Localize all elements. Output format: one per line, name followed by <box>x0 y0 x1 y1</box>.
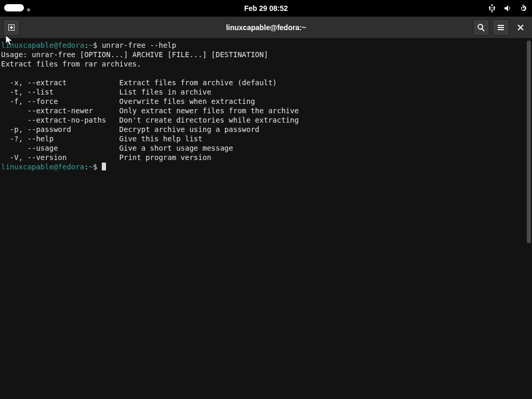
terminal-surface[interactable]: linuxcapable@fedora:~$ unrar-free --help… <box>0 38 532 399</box>
gnome-top-panel: Feb 29 08:52 <box>0 0 532 17</box>
option-row-5: -p, --password Decrypt archive using a p… <box>1 125 259 134</box>
hamburger-icon <box>497 23 505 32</box>
option-desc: Don't create directories while extractin… <box>111 116 299 124</box>
option-row-2: -f, --force Overwrite files when extract… <box>1 97 255 105</box>
option-row-3: --extract-newer Only extract newer files… <box>1 107 299 115</box>
new-tab-button[interactable] <box>3 19 20 36</box>
hamburger-menu-button[interactable] <box>493 19 509 36</box>
volume-icon <box>503 4 512 13</box>
search-icon <box>477 23 485 32</box>
option-desc: Give this help list <box>111 135 203 143</box>
prompt-separator: : <box>84 163 88 171</box>
option-flags: -?, --help <box>1 135 111 143</box>
network-icon <box>487 4 497 13</box>
prompt-path: ~ <box>89 41 93 49</box>
option-row-4: --extract-no-paths Don't create director… <box>1 116 299 124</box>
option-flags: -f, --force <box>1 97 111 105</box>
power-icon <box>518 4 528 13</box>
prompt-user-host: linuxcapable@fedora <box>1 41 84 49</box>
option-flags: --extract-newer <box>1 107 111 115</box>
close-window-button[interactable] <box>512 19 529 36</box>
prompt-user-host: linuxcapable@fedora <box>1 163 84 171</box>
prompt-dollar: $ <box>93 163 97 171</box>
option-desc: List files in archive <box>111 88 211 96</box>
option-flags: -t, --list <box>1 88 111 96</box>
option-row-1: -t, --list List files in archive <box>1 88 211 96</box>
usage-line: Usage: unrar-free [OPTION...] ARCHIVE [F… <box>1 50 268 59</box>
activities-pill[interactable] <box>4 4 30 13</box>
terminal-headerbar: linuxcapable@fedora:~ <box>0 17 532 38</box>
option-flags: -V, --version <box>1 153 111 162</box>
option-flags: --usage <box>1 144 111 152</box>
window-title: linuxcapable@fedora:~ <box>226 23 306 32</box>
option-row-0: -x, --extract Extract files from archive… <box>1 78 277 87</box>
panel-system-tray[interactable] <box>487 4 528 13</box>
option-row-6: -?, --help Give this help list <box>1 135 203 143</box>
option-desc: Give a short usage message <box>111 144 233 152</box>
option-desc: Print program version <box>111 153 211 162</box>
prompt-path: ~ <box>89 163 93 171</box>
datetime-label: Feb 29 08:52 <box>244 4 288 12</box>
option-desc: Only extract newer files from the archiv… <box>111 107 299 115</box>
option-desc: Decrypt archive using a password <box>111 125 260 134</box>
option-flags: -p, --password <box>1 125 111 134</box>
option-flags: -x, --extract <box>1 78 111 87</box>
close-icon <box>516 23 525 32</box>
entered-command: unrar-free --help <box>97 41 176 49</box>
terminal-cursor <box>102 163 106 170</box>
option-desc: Extract files from archive (default) <box>111 78 277 87</box>
option-flags: --extract-no-paths <box>1 116 111 124</box>
panel-clock[interactable]: Feb 29 08:52 <box>244 4 288 12</box>
search-button[interactable] <box>473 19 489 36</box>
panel-left-group <box>4 4 30 13</box>
terminal-scrollbar-thumb[interactable] <box>527 41 531 243</box>
option-row-7: --usage Give a short usage message <box>1 144 233 152</box>
option-desc: Overwrite files when extracting <box>111 97 255 105</box>
option-row-8: -V, --version Print program version <box>1 153 211 162</box>
terminal-viewport: linuxcapable@fedora:~$ unrar-free --help… <box>0 38 532 399</box>
prompt-separator: : <box>84 41 88 49</box>
plus-box-icon <box>7 23 16 32</box>
description-line: Extract files from rar archives. <box>1 60 141 68</box>
